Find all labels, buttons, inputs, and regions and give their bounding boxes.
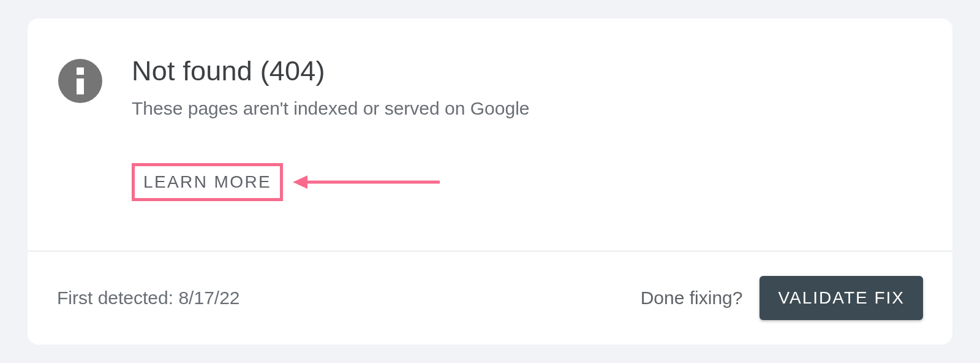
- svg-rect-0: [77, 67, 84, 75]
- footer-right: Done fixing? VALIDATE FIX: [641, 276, 923, 320]
- svg-rect-1: [77, 78, 84, 94]
- first-detected-text: First detected: 8/17/22: [57, 288, 240, 308]
- card-title: Not found (404): [132, 55, 529, 87]
- annotation-arrow-icon: [293, 173, 440, 191]
- learn-more-link[interactable]: LEARN MORE: [143, 172, 271, 191]
- learn-more-row: LEARN MORE: [132, 163, 529, 201]
- svg-marker-3: [293, 175, 307, 189]
- first-detected-label: First detected:: [57, 288, 178, 308]
- first-detected-date: 8/17/22: [178, 288, 239, 308]
- done-fixing-label: Done fixing?: [641, 288, 743, 308]
- annotation-highlight-box: LEARN MORE: [132, 163, 283, 201]
- status-card: Not found (404) These pages aren't index…: [28, 18, 952, 345]
- validate-fix-button[interactable]: VALIDATE FIX: [760, 276, 923, 320]
- header-text: Not found (404) These pages aren't index…: [132, 55, 529, 201]
- card-subtitle: These pages aren't indexed or served on …: [132, 98, 529, 119]
- card-footer: First detected: 8/17/22 Done fixing? VAL…: [28, 251, 952, 345]
- card-header: Not found (404) These pages aren't index…: [28, 18, 952, 251]
- info-icon: [58, 59, 102, 103]
